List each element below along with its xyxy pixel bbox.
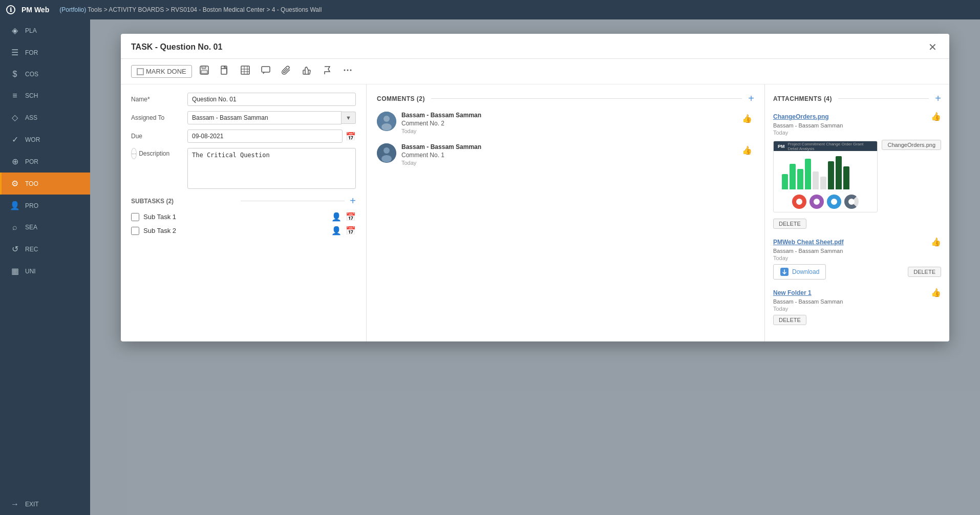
attachment-2-like-icon[interactable]: 👍: [931, 237, 941, 247]
attach-button[interactable]: [278, 63, 294, 80]
svg-point-15: [344, 70, 345, 71]
add-comment-button[interactable]: +: [748, 93, 754, 104]
attachment-1-name[interactable]: ChangeOrders.png: [773, 113, 829, 120]
attachment-3-name[interactable]: New Folder 1: [773, 289, 812, 296]
sidebar-item-label: ASS: [25, 114, 37, 121]
sidebar-item-planning[interactable]: ◈ PLA: [0, 19, 90, 41]
sidebar-item-assets[interactable]: ◇ ASS: [0, 106, 90, 128]
attachment-2-delete-button[interactable]: DELETE: [908, 267, 941, 277]
sidebar-item-recent[interactable]: ↺ REC: [0, 238, 90, 260]
attachment-2-name[interactable]: PMWeb Cheat Sheet.pdf: [773, 239, 844, 246]
subtask-1-calendar-icon[interactable]: 📅: [346, 212, 356, 222]
assigned-to-label: Assigned To: [131, 114, 187, 121]
modal-dialog: TASK - Question No. 01 ✕ MARK DONE: [121, 34, 949, 341]
sidebar-item-portfolio[interactable]: ⊕ POR: [0, 151, 90, 173]
more-icon: [343, 65, 353, 75]
breadcrumb-portfolio[interactable]: (Portfolio): [59, 6, 86, 13]
subtask-1-checkbox[interactable]: [131, 213, 139, 221]
schedule-icon: ≡: [10, 91, 20, 100]
comment-1-content: Bassam - Bassam Samman Comment No. 2 Tod…: [401, 112, 735, 134]
attachment-item-3: New Folder 1 👍 Bassam - Bassam Samman To…: [773, 288, 941, 325]
subtask-row: Sub Task 2 👤 📅: [131, 226, 356, 235]
breadcrumb: (Portfolio) Tools > ACTIVITY BOARDS > RV…: [59, 6, 322, 13]
assigned-to-select[interactable]: Bassam - Bassam Samman: [187, 111, 342, 124]
download-icon: [780, 267, 789, 276]
attachments-divider: [838, 98, 929, 99]
attachments-panel: ATTACHMENTS (4) + ChangeOrders.png 👍 Bas…: [765, 84, 949, 341]
subtask-2-assign-icon[interactable]: 👤: [331, 226, 342, 235]
attachments-title: ATTACHMENTS (4): [773, 95, 832, 102]
svg-point-17: [350, 70, 351, 71]
close-button[interactable]: ✕: [926, 41, 939, 53]
modal-toolbar: MARK DONE: [121, 59, 949, 84]
sidebar-item-cost[interactable]: $ COS: [0, 63, 90, 85]
attachment-3-date: Today: [773, 306, 941, 312]
like-button[interactable]: [299, 63, 315, 80]
sidebar-item-label: WOR: [25, 136, 40, 143]
sidebar-item-forms[interactable]: ☰ FOR: [0, 41, 90, 63]
description-more-button[interactable]: ···: [131, 148, 137, 159]
due-date-input[interactable]: [187, 130, 343, 143]
attachment-3-delete-button[interactable]: DELETE: [773, 315, 806, 325]
sidebar-item-label: SEA: [25, 224, 37, 231]
description-textarea[interactable]: The Critical Question: [187, 148, 356, 189]
comment-1-avatar: [377, 112, 396, 131]
download-button[interactable]: Download: [773, 264, 826, 280]
attachment-1-delete-button[interactable]: DELETE: [773, 219, 806, 229]
flag-button[interactable]: [319, 63, 335, 80]
sidebar-item-tools[interactable]: ⚙ TOO: [0, 173, 90, 195]
comment-1-text: Comment No. 2: [401, 120, 735, 127]
save-button[interactable]: [196, 63, 212, 80]
export-button[interactable]: [217, 63, 233, 80]
tools-icon: ⚙: [10, 179, 20, 188]
sidebar-item-project[interactable]: 👤 PRO: [0, 195, 90, 217]
attachment-1-author: Bassam - Bassam Samman: [773, 122, 941, 128]
subtask-1-label: Sub Task 1: [143, 213, 327, 221]
add-attachment-button[interactable]: +: [935, 93, 941, 104]
sidebar-item-label: REC: [25, 246, 38, 253]
subtask-2-checkbox[interactable]: [131, 227, 139, 235]
thumbs-up-icon: [302, 65, 312, 75]
sidebar-item-exit[interactable]: → EXIT: [0, 493, 90, 515]
desc-label-wrapper: ··· Description: [131, 148, 187, 159]
attachment-2-header: PMWeb Cheat Sheet.pdf 👍: [773, 237, 941, 247]
comment-item: Bassam - Bassam Samman Comment No. 1 Tod…: [377, 143, 754, 166]
more-button[interactable]: [339, 63, 356, 80]
attachment-2-date: Today: [773, 255, 941, 261]
attachment-2-author: Bassam - Bassam Samman: [773, 248, 941, 254]
sidebar-item-label: EXIT: [25, 501, 39, 508]
table-button[interactable]: [237, 63, 253, 80]
svg-point-22: [384, 147, 390, 154]
project-icon: 👤: [10, 201, 20, 210]
sidebar-item-label: SCH: [25, 92, 38, 99]
sidebar-item-workflow[interactable]: ✓ WOR: [0, 128, 90, 151]
select-arrow-icon[interactable]: ▼: [342, 112, 356, 124]
attachment-1-date: Today: [773, 130, 941, 136]
svg-point-20: [381, 123, 392, 131]
sidebar-item-search[interactable]: ⌕ SEA: [0, 217, 90, 238]
calendar-icon[interactable]: 📅: [346, 132, 356, 141]
svg-point-23: [381, 155, 392, 162]
comment-2-like-icon[interactable]: 👍: [740, 143, 754, 166]
subtask-row: Sub Task 1 👤 📅: [131, 212, 356, 222]
subtask-1-assign-icon[interactable]: 👤: [331, 212, 342, 222]
sidebar-item-schedule[interactable]: ≡ SCH: [0, 85, 90, 106]
logo: ℹ PM Web: [6, 5, 49, 14]
comment-2-avatar: [377, 143, 396, 163]
comment-1-like-icon[interactable]: 👍: [740, 112, 754, 134]
attachment-1-like-icon[interactable]: 👍: [931, 112, 941, 121]
sidebar-item-label: FOR: [25, 49, 38, 56]
due-date-row: Due 📅: [131, 130, 356, 143]
subtask-2-calendar-icon[interactable]: 📅: [346, 226, 356, 235]
comment-2-content: Bassam - Bassam Samman Comment No. 1 Tod…: [401, 143, 735, 166]
comment-button[interactable]: [258, 63, 274, 80]
add-subtask-button[interactable]: +: [350, 195, 356, 207]
avatar-image: [377, 112, 396, 131]
attachments-header: ATTACHMENTS (4) +: [773, 93, 941, 104]
attachment-3-like-icon[interactable]: 👍: [931, 288, 941, 297]
exit-icon: →: [10, 500, 20, 509]
mark-done-button[interactable]: MARK DONE: [131, 65, 192, 78]
sidebar-item-university[interactable]: ▦ UNI: [0, 260, 90, 282]
not-cover-button[interactable]: ChangeOrders.png: [882, 140, 941, 150]
name-input[interactable]: [187, 93, 356, 106]
